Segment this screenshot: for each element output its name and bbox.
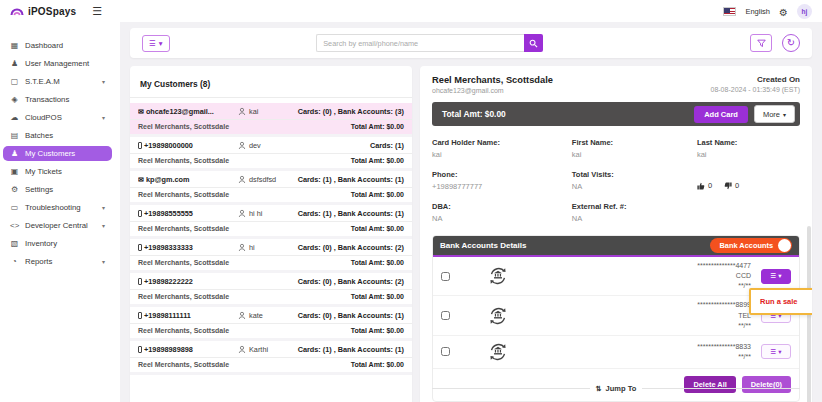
customer-row-19898333333[interactable]: +19898333333 hi Cards: (0) , Bank Accoun… xyxy=(130,239,412,273)
sidebar-item-troubleshooting[interactable]: ▭ Troubleshooting ▾ xyxy=(3,200,112,215)
customer-contact-text: kp@gm.com xyxy=(146,175,190,184)
customer-row-19898555555[interactable]: +19898555555 hi hi Cards: (1) , Bank Acc… xyxy=(130,205,412,239)
person-icon xyxy=(238,175,246,184)
sidebar-item-label: Reports xyxy=(25,257,52,266)
field-label: Total Visits: xyxy=(572,170,697,179)
avatar[interactable]: hj xyxy=(797,4,812,19)
sidebar-item-transactions[interactable]: ◈ Transactions xyxy=(3,92,112,107)
add-card-button[interactable]: Add Card xyxy=(694,106,748,123)
jump-to-label: Jump To xyxy=(606,384,637,393)
customer-total-amount: Total Amt: $0.00 xyxy=(351,123,404,130)
sidebar-item-label: Dashboard xyxy=(25,41,63,50)
person-icon xyxy=(238,107,246,116)
sidebar-item-settings[interactable]: ⚙ Settings xyxy=(3,182,112,197)
toolbar xyxy=(130,28,812,58)
language-selector[interactable]: English xyxy=(745,7,770,16)
refresh-button[interactable] xyxy=(782,34,800,52)
field-label: Card Holder Name: xyxy=(432,138,572,147)
logo-wave-icon xyxy=(10,6,24,17)
bank-account-actions-dropdown[interactable] xyxy=(761,269,791,284)
sidebar-item-developer-central[interactable]: <> Developer Central ▾ xyxy=(3,218,112,233)
customers-list-title: My Customers (8) xyxy=(130,66,412,98)
customer-contact-text: +19898333333 xyxy=(144,243,193,252)
bank-account-checkbox[interactable] xyxy=(441,311,450,320)
customer-name: dsfsdfsd xyxy=(238,175,298,184)
bank-transfer-icon xyxy=(486,340,510,364)
sidebar-item-label: S.T.E.A.M xyxy=(25,77,60,86)
sidebar-item-label: CloudPOS xyxy=(25,113,62,122)
search-input[interactable] xyxy=(316,34,524,52)
gear-icon[interactable] xyxy=(779,2,788,20)
refresh-icon xyxy=(787,38,795,48)
field-label: External Ref. #: xyxy=(572,202,697,211)
bank-account-meta: **************8899 TEL **/** xyxy=(697,300,751,330)
search-group xyxy=(316,34,543,52)
customer-row-19898111111[interactable]: +19898111111 kate Cards: (0) , Bank Acco… xyxy=(130,307,412,341)
up-down-arrows-icon xyxy=(596,384,602,393)
app-logo: iPOSpays xyxy=(10,6,76,17)
field-value: NA xyxy=(432,214,572,223)
customer-name: Karthi xyxy=(238,345,298,354)
jump-to-control[interactable]: Jump To xyxy=(596,384,637,393)
customer-row-ohcafe123[interactable]: ohcafe123@gmail... kai Cards: (0) , Bank… xyxy=(130,103,412,137)
search-icon xyxy=(529,39,538,48)
customer-merchant: Reel Merchants, Scottsdale xyxy=(138,225,229,232)
customer-row-19898989898[interactable]: +19898989898 Karthi Cards: (1) , Bank Ac… xyxy=(130,341,412,375)
sidebar-item-user-management[interactable]: ♟ User Management xyxy=(3,56,112,71)
detail-field: Total Visits: NA xyxy=(572,170,697,191)
created-on-label: Created On xyxy=(711,75,801,84)
sidebar-item-inventory[interactable]: ▧ Inventory xyxy=(3,236,112,251)
batches-icon: ▤ xyxy=(10,131,19,140)
customer-merchant: Reel Merchants, Scottsdale xyxy=(138,259,229,266)
detail-field: Card Holder Name: kai xyxy=(432,138,572,159)
bank-accounts-toggle[interactable]: Bank Accounts xyxy=(710,238,792,253)
list-view-dropdown-button[interactable] xyxy=(142,35,170,52)
sidebar-item-cloudpos[interactable]: ☁ CloudPOS ▾ xyxy=(3,110,112,125)
person-icon xyxy=(238,345,246,354)
bank-account-actions-dropdown[interactable] xyxy=(761,344,791,359)
phone-icon xyxy=(138,244,142,251)
customer-name-text: kai xyxy=(249,107,258,116)
bank-account-row: **************8833 **/** xyxy=(433,336,799,369)
sidebar-item-reports[interactable]: ◔ Reports ▾ xyxy=(3,254,112,269)
detail-field: DBA: NA xyxy=(432,202,572,223)
bank-account-number: **************4477 xyxy=(697,261,751,271)
sidebar-item-batches[interactable]: ▤ Batches xyxy=(3,128,112,143)
sidebar-item-steam[interactable]: ▢ S.T.E.A.M ▾ xyxy=(3,74,112,89)
bank-account-number: **************8833 xyxy=(697,342,751,352)
customer-cards-summary: Cards: (0) , Bank Accounts: (2) xyxy=(298,243,404,252)
bank-transfer-icon xyxy=(486,304,510,328)
sidebar-item-label: Troubleshooting xyxy=(25,203,81,212)
more-button[interactable]: More xyxy=(754,105,795,123)
chevron-down-icon xyxy=(159,39,163,48)
cloud-icon: ☁ xyxy=(10,113,19,122)
bank-account-checkbox[interactable] xyxy=(441,272,450,281)
bank-account-checkbox[interactable] xyxy=(441,347,450,356)
transactions-icon: ◈ xyxy=(10,95,19,104)
hamburger-menu-icon[interactable]: ☰ xyxy=(92,6,102,17)
customers-list-card: My Customers (8) ohcafe123@gmail... xyxy=(130,66,412,402)
list-icon xyxy=(149,39,156,48)
sidebar-item-dashboard[interactable]: ▦ Dashboard xyxy=(3,38,112,53)
customer-cards-summary: Cards: (1) , Bank Accounts: (1) xyxy=(298,209,404,218)
filter-button[interactable] xyxy=(750,34,772,52)
sidebar-item-label: Transactions xyxy=(25,95,69,104)
person-icon xyxy=(238,243,246,252)
customer-row-19898222222[interactable]: +19898222222 Cards: (0) , Bank Accounts:… xyxy=(130,273,412,307)
customer-row-19898000000[interactable]: +19898000000 dev Cards: (1) xyxy=(130,137,412,171)
sidebar-item-my-customers[interactable]: ♟ My Customers xyxy=(3,146,112,161)
customer-total-amount: Total Amt: $0.00 xyxy=(351,327,404,334)
sidebar-item-label: User Management xyxy=(25,59,89,68)
tickets-icon: ▣ xyxy=(10,167,19,176)
sidebar-item-my-tickets[interactable]: ▣ My Tickets xyxy=(3,164,112,179)
search-button[interactable] xyxy=(524,34,543,52)
customer-row-kp-gm[interactable]: kp@gm.com dsfsdfsd Cards: (1) , Bank Acc… xyxy=(130,171,412,205)
chevron-down-icon xyxy=(778,348,781,356)
customer-contact: +19898333333 xyxy=(138,243,238,252)
customer-merchant: Reel Merchants, Scottsdale xyxy=(138,191,229,198)
phone-icon xyxy=(138,210,142,217)
total-amount-text: Total Amt: $0.00 xyxy=(442,109,506,119)
bank-account-expiry: **/** xyxy=(697,321,751,331)
bank-accounts-title: Bank Accounts Details xyxy=(440,241,526,250)
run-a-sale-menu-item[interactable]: Run a sale xyxy=(749,288,812,315)
